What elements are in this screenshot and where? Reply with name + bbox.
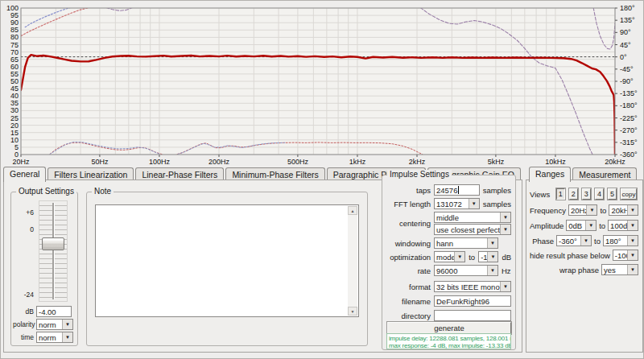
windowing-select[interactable]: hann▼ [434, 237, 498, 249]
svg-text:100Hz: 100Hz [149, 158, 171, 165]
svg-text:180°: 180° [620, 4, 635, 12]
frequency-to-label: to [600, 206, 606, 215]
amplitude-to-label: to [599, 221, 605, 230]
note-title: Note [92, 187, 114, 196]
dropdown-arrow-icon: ▼ [487, 238, 497, 248]
view-3-button[interactable]: 3 [582, 188, 591, 200]
hide-phase-select[interactable]: -100dB▼ [613, 250, 638, 261]
scroll-down-icon[interactable]: ▼ [348, 307, 357, 316]
svg-text:-270°: -270° [620, 126, 638, 134]
taps-unit: samples [483, 186, 511, 195]
dropdown-arrow-icon: ▼ [500, 213, 510, 222]
impulse-settings-group: Impulse Settings taps 24576 samples FFT … [382, 175, 516, 350]
note-scrollbar[interactable]: ▲ ▼ [348, 206, 357, 316]
time-label: time [13, 333, 34, 341]
polarity-select[interactable]: norm▼ [36, 319, 73, 330]
svg-text:20kHz: 20kHz [605, 158, 625, 165]
scroll-up-icon[interactable]: ▲ [348, 206, 357, 215]
svg-text:200Hz: 200Hz [208, 158, 230, 165]
dropdown-arrow-icon: ▼ [627, 265, 638, 274]
impulse-settings-title: Impulse Settings [387, 170, 452, 179]
taps-input[interactable]: 24576 [434, 184, 480, 196]
view-4-button[interactable]: 4 [595, 188, 604, 200]
frequency-from-select[interactable]: 20Hz▼ [568, 204, 598, 216]
dropdown-arrow-icon: ▼ [487, 252, 497, 262]
svg-text:2kHz: 2kHz [409, 158, 426, 165]
svg-text:0°: 0° [620, 53, 627, 61]
fft-length-select[interactable]: 131072▼ [434, 198, 480, 209]
wrap-phase-label: wrap phase [559, 266, 599, 274]
dropdown-arrow-icon: ▼ [62, 332, 72, 342]
dropdown-arrow-icon: ▼ [627, 236, 638, 246]
polarity-label: polarity [13, 320, 34, 328]
directory-input[interactable] [434, 310, 511, 321]
directory-label: directory [386, 312, 431, 320]
slider-scale-minus24: -24 [14, 291, 34, 299]
impulse-status-line2: max response: -4 dB, max impulse: -13.33… [389, 342, 509, 349]
filename-input[interactable]: DeFunkRight96 [434, 295, 511, 307]
dropdown-arrow-icon: ▼ [62, 320, 72, 329]
slider-scale-zero: 0 [14, 225, 34, 233]
gain-slider-track[interactable] [39, 200, 68, 302]
output-settings-group: Output Settings +6 0 -24 dB -4.00 polari… [10, 192, 78, 346]
phase-label: Phase [532, 237, 554, 246]
dropdown-arrow-icon: ▼ [586, 205, 597, 215]
svg-text:-135°: -135° [620, 89, 638, 97]
view-5-button[interactable]: 5 [608, 188, 617, 200]
svg-text:-180°: -180° [620, 101, 638, 109]
output-settings-title: Output Settings [16, 187, 76, 196]
svg-text:500Hz: 500Hz [287, 158, 309, 165]
view-1-button[interactable]: 1 [556, 188, 565, 200]
centering-select[interactable]: middle▼ [434, 212, 511, 223]
frequency-to-select[interactable]: 20kHz▼ [609, 204, 638, 216]
dropdown-arrow-icon: ▼ [487, 266, 497, 275]
wrap-phase-select[interactable]: yes▼ [601, 264, 638, 275]
fft-length-unit: samples [483, 200, 511, 208]
fft-length-label: FFT length [386, 200, 431, 208]
format-select[interactable]: 32 bits IEEE mono (.wav)▼ [434, 281, 511, 292]
dropdown-arrow-icon: ▼ [500, 225, 510, 234]
frequency-label: Frequency [530, 206, 566, 215]
svg-text:-90°: -90° [620, 77, 634, 85]
centering-mode-select[interactable]: use closest perfect impulse▼ [434, 224, 511, 235]
dropdown-arrow-icon: ▼ [500, 282, 510, 291]
dropdown-arrow-icon: ▼ [454, 252, 464, 262]
tab-general[interactable]: General [3, 167, 46, 182]
svg-text:135°: 135° [620, 16, 635, 24]
svg-text:-315°: -315° [620, 138, 638, 146]
rate-select[interactable]: 96000▼ [434, 265, 498, 276]
db-input[interactable]: -4.00 [36, 306, 72, 317]
optimization-db-select[interactable]: -100▼ [478, 251, 498, 262]
tab-ranges[interactable]: Ranges [529, 167, 571, 182]
db-label: dB [13, 307, 34, 316]
ranges-tabbar: RangesMeasurement [529, 166, 638, 180]
impulse-status-box: impulse delay: 12288.081 samples, 128.00… [386, 333, 511, 349]
view-copy-button[interactable]: copy [621, 188, 637, 200]
note-group: Note ▲ ▼ [86, 192, 368, 346]
svg-text:20Hz: 20Hz [12, 158, 30, 165]
generate-button[interactable]: generate [387, 322, 511, 334]
impulse-status-line1: impulse delay: 12288.081 samples, 128.00… [389, 335, 509, 342]
phase-to-select[interactable]: 180°▼ [603, 235, 638, 246]
view-2-button[interactable]: 2 [569, 188, 578, 200]
rephase-window: 1009590858075706560555045403530252015105… [0, 0, 644, 359]
note-textarea[interactable]: ▲ ▼ [95, 204, 359, 317]
rate-unit: Hz [502, 266, 511, 275]
gain-slider-handle[interactable] [42, 237, 64, 250]
frequency-response-plot: 1009590858075706560555045403530252015105… [1, 1, 644, 165]
svg-text:-45°: -45° [620, 65, 634, 73]
phase-from-select[interactable]: -360°▼ [556, 235, 592, 246]
amplitude-to-select[interactable]: 100dB▼ [608, 220, 638, 231]
phase-to-label: to [594, 237, 601, 246]
optimization-select[interactable]: moderate▼ [434, 251, 465, 262]
windowing-label: windowing [386, 239, 431, 248]
svg-text:45°: 45° [620, 41, 631, 49]
format-label: format [386, 283, 431, 291]
amplitude-from-select[interactable]: 0dB▼ [566, 220, 597, 231]
svg-text:50Hz: 50Hz [91, 158, 109, 165]
svg-text:-225°: -225° [620, 114, 638, 122]
response-graph-panel: 1009590858075706560555045403530252015105… [1, 1, 644, 165]
svg-text:1kHz: 1kHz [349, 158, 366, 165]
slider-groove [52, 203, 55, 299]
time-select[interactable]: norm▼ [36, 332, 73, 343]
